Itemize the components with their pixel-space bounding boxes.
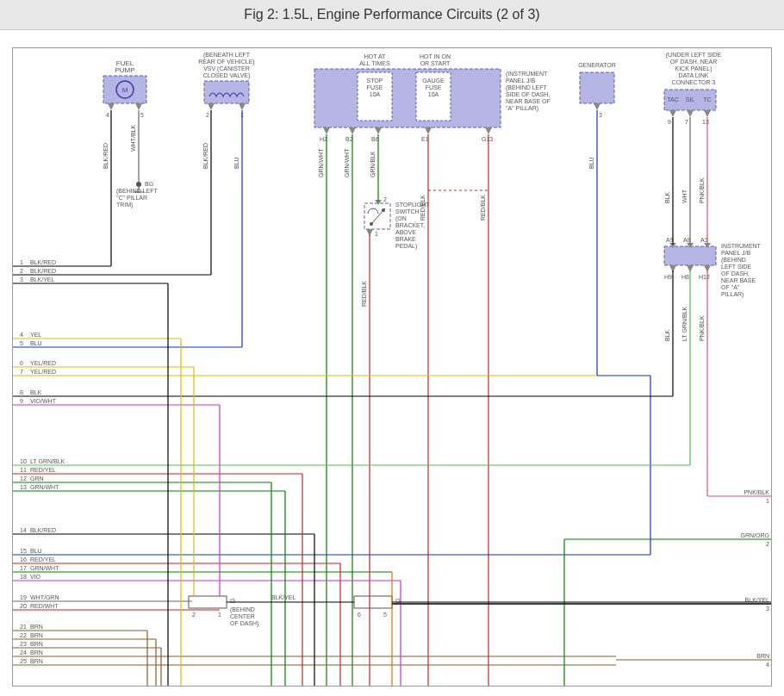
fuse-block: HOT ATALL TIMES HOT IN ONOR START STOPFU…	[314, 53, 551, 142]
svg-text:YEL: YEL	[30, 332, 41, 338]
svg-rect-7	[204, 81, 249, 103]
svg-text:21: 21	[20, 624, 27, 630]
svg-text:I3: I3	[230, 598, 235, 604]
svg-text:BLK: BLK	[664, 329, 670, 341]
svg-text:3: 3	[20, 277, 23, 283]
svg-text:(UNDER LEFT SIDEOF DASH, NEARK: (UNDER LEFT SIDEOF DASH, NEARKICK PANEL)…	[666, 52, 722, 85]
svg-text:(BENEATH LEFTREAR OF VEHICLE)V: (BENEATH LEFTREAR OF VEHICLE)VSV (CANIST…	[198, 52, 254, 79]
i3-connector-right: I3 65	[354, 596, 401, 618]
svg-text:4: 4	[20, 332, 23, 338]
svg-text:2: 2	[383, 196, 387, 202]
svg-text:2: 2	[20, 268, 23, 274]
svg-marker-28	[485, 127, 492, 134]
dlc-component: (UNDER LEFT SIDEOF DASH, NEARKICK PANEL)…	[664, 52, 722, 125]
svg-text:BLK/RED: BLK/RED	[30, 527, 56, 533]
svg-text:5: 5	[383, 612, 387, 618]
svg-text:PNK/BLK: PNK/BLK	[699, 177, 705, 203]
svg-text:RED/YEL: RED/YEL	[30, 467, 56, 473]
svg-text:GRN/ORG: GRN/ORG	[741, 532, 769, 538]
svg-marker-41	[687, 110, 694, 117]
svg-text:15: 15	[20, 548, 27, 554]
svg-marker-26	[425, 127, 432, 134]
svg-text:5: 5	[140, 112, 144, 118]
svg-marker-39	[669, 110, 676, 117]
svg-text:11: 11	[20, 467, 27, 473]
right-wire-group: PNK/BLK1GRN/ORG2BLK/YEL3BRN4	[392, 489, 771, 668]
svg-text:14: 14	[20, 527, 27, 533]
svg-text:BLK/RED: BLK/RED	[103, 143, 109, 169]
svg-text:GENERATOR: GENERATOR	[578, 62, 616, 68]
svg-text:19: 19	[20, 594, 27, 600]
svg-text:2: 2	[766, 541, 769, 547]
svg-text:TAC: TAC	[667, 96, 678, 103]
svg-text:(INSTRUMENTPANEL J/B(BEHIND LE: (INSTRUMENTPANEL J/B(BEHIND LEFTSIDE OF …	[506, 71, 551, 112]
svg-text:E1: E1	[421, 136, 429, 142]
svg-text:YEL/RED: YEL/RED	[30, 369, 56, 375]
svg-marker-8	[208, 103, 215, 110]
svg-text:HOT IN ONOR START: HOT IN ONOR START	[420, 53, 451, 66]
svg-rect-31	[580, 72, 614, 103]
svg-text:BLK: BLK	[664, 191, 670, 203]
svg-text:VIO: VIO	[30, 574, 41, 580]
svg-marker-9	[239, 103, 246, 110]
svg-text:B2: B2	[345, 136, 353, 142]
svg-text:GRN/WHT: GRN/WHT	[30, 484, 59, 490]
svg-text:13: 13	[702, 119, 709, 125]
svg-text:2: 2	[192, 612, 196, 618]
svg-rect-45	[664, 246, 716, 265]
svg-text:BLK/RED: BLK/RED	[30, 259, 56, 265]
svg-text:BRN: BRN	[30, 624, 43, 630]
svg-text:17: 17	[20, 565, 27, 571]
svg-text:YEL/RED: YEL/RED	[30, 360, 56, 366]
svg-text:1: 1	[766, 498, 769, 504]
svg-text:PNK/BLK: PNK/BLK	[699, 315, 705, 341]
svg-rect-72	[189, 596, 227, 608]
svg-text:LT GRN/BLK: LT GRN/BLK	[30, 458, 65, 464]
svg-text:1: 1	[375, 231, 378, 237]
svg-text:BRN: BRN	[756, 653, 769, 659]
svg-text:G13: G13	[482, 136, 493, 142]
svg-text:6: 6	[20, 360, 23, 366]
jb2-component: A9A8A3 H9H8H12 INSTRUMENTPANEL J/B(BEHIN…	[664, 237, 762, 298]
svg-text:BLK: BLK	[30, 389, 42, 395]
svg-text:BLU: BLU	[233, 157, 240, 169]
svg-text:B6: B6	[371, 136, 379, 142]
svg-text:RED/BLK: RED/BLK	[420, 195, 426, 221]
svg-text:(BEHINDCENTEROF DASH): (BEHINDCENTEROF DASH)	[230, 606, 258, 627]
svg-text:VIO/WHT: VIO/WHT	[30, 398, 57, 404]
svg-text:3: 3	[599, 112, 602, 118]
svg-text:PNK/BLK: PNK/BLK	[744, 489, 769, 495]
svg-text:2: 2	[206, 112, 209, 118]
svg-text:RED/BLK: RED/BLK	[480, 195, 486, 221]
svg-text:H12: H12	[699, 274, 710, 280]
svg-marker-43	[704, 110, 711, 117]
svg-text:BLU: BLU	[30, 340, 42, 346]
svg-text:BLK/YEL: BLK/YEL	[271, 594, 296, 600]
svg-text:9: 9	[668, 119, 671, 125]
svg-text:H8: H8	[681, 274, 689, 280]
svg-text:GRN/WHT: GRN/WHT	[318, 148, 324, 177]
svg-text:4: 4	[106, 112, 109, 118]
svg-text:I3: I3	[395, 598, 401, 604]
svg-text:16: 16	[20, 556, 27, 562]
svg-text:GRN/WHT: GRN/WHT	[344, 148, 350, 177]
svg-rect-59	[364, 203, 390, 229]
i3-connector-left: I3 (BEHINDCENTEROF DASH) 21	[189, 596, 258, 627]
svg-text:WHT/GRN: WHT/GRN	[30, 594, 59, 600]
svg-text:BRN: BRN	[30, 658, 43, 664]
svg-text:INSTRUMENTPANEL J/B(BEHINDLEFT: INSTRUMENTPANEL J/B(BEHINDLEFT SIDEOF DA…	[721, 243, 762, 298]
svg-text:12: 12	[20, 475, 27, 482]
svg-text:GRN: GRN	[30, 475, 44, 482]
svg-text:1: 1	[20, 259, 23, 265]
svg-line-62	[371, 208, 385, 224]
svg-marker-3	[135, 103, 142, 110]
svg-rect-14	[314, 69, 501, 127]
svg-text:WHT/BLK: WHT/BLK	[130, 125, 136, 152]
svg-text:A8: A8	[683, 237, 691, 243]
svg-text:24: 24	[20, 649, 27, 656]
svg-text:HOT ATALL TIMES: HOT ATALL TIMES	[359, 53, 390, 66]
svg-marker-2	[108, 103, 115, 110]
svg-text:6: 6	[358, 612, 361, 618]
svg-text:25: 25	[20, 658, 27, 664]
svg-text:BRN: BRN	[30, 641, 43, 647]
